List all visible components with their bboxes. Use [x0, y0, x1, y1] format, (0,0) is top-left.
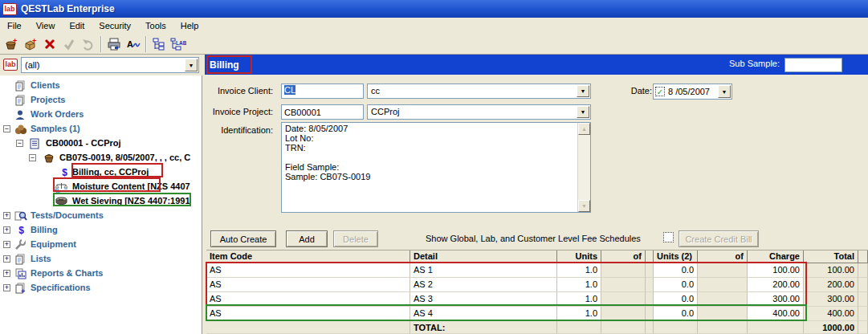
menu-tools[interactable]: Tools — [138, 19, 173, 32]
col-header-total: Total — [804, 250, 858, 263]
menu-help[interactable]: Help — [173, 19, 206, 32]
checkmark-icon: ✓ — [656, 88, 664, 96]
cell-item-code[interactable]: AS — [206, 307, 410, 321]
sub-sample-label: Sub Sample: — [729, 59, 780, 68]
invoice-client-combobox[interactable]: cc ▼ — [367, 84, 591, 99]
cell-total: 100.00 — [804, 263, 858, 278]
sidebar-item-samples[interactable]: − Samples (1) — [0, 122, 203, 136]
scroll-up-icon[interactable]: ▲ — [578, 123, 590, 135]
cell-charge[interactable]: 100.00 — [748, 263, 804, 278]
menu-security[interactable]: Security — [92, 19, 138, 32]
cell-detail[interactable]: AS 2 — [410, 278, 557, 292]
application-window: lab QESTLab Enterprise File View Edit Se… — [0, 0, 868, 334]
cell-charge[interactable]: 400.00 — [748, 307, 804, 321]
expand-icon[interactable]: + — [3, 226, 10, 234]
tree-item-sample[interactable]: − CB07S-0019, 8/05/2007, , , cc, C — [0, 151, 203, 165]
svg-text:+: + — [32, 38, 36, 45]
cell-charge[interactable]: 200.00 — [748, 278, 804, 292]
total-row-value: 1000.00 — [804, 321, 858, 334]
scroll-down-icon[interactable]: ▼ — [578, 200, 590, 212]
tree-item-moisture-content[interactable]: % Moisture Content [NZS 4407 — [0, 180, 203, 194]
expand-icon[interactable]: + — [3, 212, 10, 219]
tree-item-sample-set[interactable]: − CB00001 - CCProj — [0, 136, 203, 151]
cell-units[interactable]: 1.0 — [557, 263, 601, 278]
date-picker[interactable]: ✓ 8 /05/2007 ▼ — [653, 84, 732, 100]
cell-units2[interactable]: 0.0 — [654, 292, 698, 307]
new-sample-icon[interactable]: + — [2, 35, 21, 53]
cell-item-code[interactable]: AS — [206, 278, 410, 292]
tree-view-icon[interactable] — [149, 35, 169, 53]
col-spacer — [646, 250, 654, 263]
lab-tree-view-icon[interactable]: LAB — [169, 35, 188, 53]
cell-units[interactable]: 1.0 — [557, 307, 601, 321]
cell-detail[interactable]: AS 4 — [410, 307, 557, 321]
delete-icon[interactable] — [40, 35, 59, 53]
menu-edit[interactable]: Edit — [62, 19, 92, 32]
sub-sample-input[interactable] — [784, 58, 842, 72]
cell-trailing — [858, 278, 868, 292]
collapse-icon[interactable]: − — [29, 154, 36, 161]
collapse-icon[interactable]: − — [16, 140, 23, 147]
svg-text:A: A — [127, 39, 133, 49]
col-header-item-code: Item Code — [206, 250, 410, 263]
menu-file[interactable]: File — [0, 19, 29, 32]
expand-icon[interactable]: + — [3, 284, 10, 291]
sidebar-item-equipment[interactable]: + Equipment — [0, 238, 203, 252]
print-icon[interactable] — [104, 35, 124, 53]
cell-item-code[interactable]: AS — [206, 292, 410, 307]
cell-total: 300.00 — [804, 292, 858, 307]
sidebar: lab (all) ▼ Clients Projects Work Orders… — [0, 55, 203, 334]
samples-icon — [14, 124, 28, 135]
add-button[interactable]: Add — [286, 230, 328, 247]
cell-of — [601, 292, 646, 307]
expand-icon[interactable]: + — [3, 270, 10, 277]
auto-create-button[interactable]: Auto Create — [210, 230, 276, 247]
sidebar-item-billing[interactable]: + $ Billing — [0, 223, 203, 238]
cell-charge[interactable]: 300.00 — [748, 292, 804, 307]
date-checkbox[interactable]: ✓ — [655, 87, 665, 96]
cell-detail[interactable]: AS 1 — [410, 263, 557, 278]
identification-textarea[interactable]: Date: 8/05/2007 Lot No: TRN: Field Sampl… — [281, 122, 591, 213]
cell-detail[interactable]: AS 3 — [410, 292, 557, 307]
expand-icon[interactable]: + — [3, 241, 10, 248]
chevron-down-icon[interactable]: ▼ — [718, 85, 731, 98]
tree-item-billing-record[interactable]: $ Billing, cc, CCProj — [0, 165, 203, 180]
cell-units2[interactable]: 0.0 — [654, 307, 698, 321]
collapse-icon[interactable]: − — [3, 125, 10, 132]
sidebar-item-clients[interactable]: Clients — [0, 79, 203, 93]
cell-item-code[interactable]: AS — [206, 263, 410, 278]
cell-of2 — [698, 307, 748, 321]
cell-of — [601, 278, 646, 292]
work-order-document-icon — [29, 138, 43, 149]
expand-icon[interactable]: + — [3, 255, 10, 263]
filter-combobox[interactable]: (all) ▼ — [21, 57, 199, 73]
cell-units[interactable]: 1.0 — [557, 292, 601, 307]
menu-bar: File View Edit Security Tools Help — [0, 18, 868, 34]
sidebar-item-work-orders[interactable]: Work Orders — [0, 108, 203, 122]
cell-units2[interactable]: 0.0 — [654, 263, 698, 278]
scrollbar[interactable]: ▲ ▼ — [577, 123, 590, 212]
col-header-units2: Units (2) — [654, 250, 698, 263]
menu-view[interactable]: View — [29, 19, 63, 32]
chevron-down-icon[interactable]: ▼ — [577, 106, 589, 118]
sidebar-item-specifications[interactable]: + + Specifications — [0, 281, 203, 295]
new-work-order-icon[interactable]: + — [21, 35, 40, 53]
tree-item-wet-sieving[interactable]: Wet Sieving [NZS 4407:1991 — [0, 194, 203, 209]
cell-units2[interactable]: 0.0 — [654, 278, 698, 292]
fee-schedule-checkbox[interactable] — [663, 232, 674, 242]
chevron-down-icon[interactable]: ▼ — [577, 85, 589, 97]
sidebar-item-reports-charts[interactable]: + Reports & Charts — [0, 267, 203, 281]
invoice-project-combobox[interactable]: CCProj ▼ — [367, 104, 591, 120]
invoice-project-code-input[interactable] — [281, 104, 364, 120]
chevron-down-icon[interactable]: ▼ — [185, 59, 198, 71]
dollar-icon: $ — [14, 225, 28, 236]
cell-trailing — [858, 263, 868, 278]
cell-units[interactable]: 1.0 — [557, 278, 601, 292]
signature-icon[interactable]: A — [124, 35, 143, 53]
sidebar-item-projects[interactable]: Projects — [0, 93, 203, 108]
sidebar-item-tests-documents[interactable]: + Tests/Documents — [0, 209, 203, 223]
undo-icon — [79, 35, 98, 53]
total-row-cell — [698, 321, 748, 334]
sidebar-item-lists[interactable]: + Lists — [0, 252, 203, 267]
invoice-client-code-input[interactable]: CL — [281, 84, 364, 99]
